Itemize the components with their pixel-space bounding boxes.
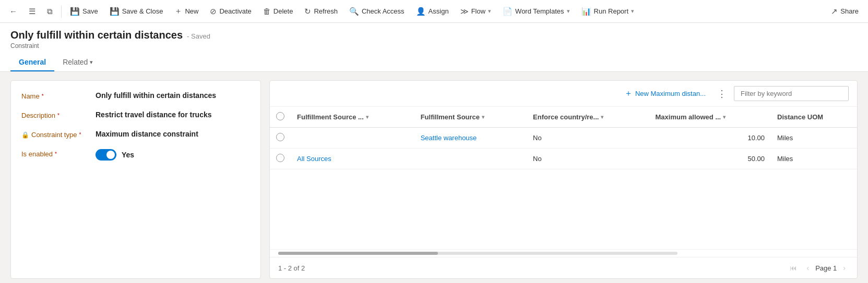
run-report-icon: 📊 bbox=[581, 7, 591, 16]
constraint-type-required: * bbox=[79, 132, 81, 138]
new-maximum-distance-label: New Maximum distan... bbox=[635, 90, 706, 97]
delete-label: Delete bbox=[274, 7, 293, 15]
left-panel: Name * Only fulfill within certain dista… bbox=[10, 80, 261, 279]
page-header: Only fulfill within certain distances - … bbox=[0, 23, 868, 72]
run-report-button[interactable]: 📊 Run Report ▾ bbox=[576, 4, 639, 19]
scrollbar-thumb bbox=[278, 252, 438, 255]
row-1-checkbox[interactable] bbox=[276, 133, 284, 141]
constraint-type-value: Maximum distance constraint bbox=[96, 130, 250, 138]
tabs: General Related ▾ bbox=[10, 54, 858, 71]
flow-label: Flow bbox=[471, 7, 485, 15]
scrollbar-row bbox=[270, 249, 857, 257]
name-label: Name * bbox=[21, 91, 89, 100]
row-1-col-2[interactable]: Seattle warehouse bbox=[414, 128, 527, 149]
page-title: Only fulfill within certain distances bbox=[10, 29, 183, 41]
col-header-4: Distance UOM bbox=[777, 113, 823, 121]
col-header-1: Fulfillment Source bbox=[421, 113, 480, 121]
toggle-slider bbox=[96, 149, 116, 161]
description-required: * bbox=[57, 113, 60, 118]
lock-icon: 🔒 bbox=[21, 131, 29, 139]
scrollbar-track[interactable] bbox=[278, 252, 677, 255]
tab-related-label: Related bbox=[63, 58, 88, 66]
duplicate-icon: ⧉ bbox=[47, 7, 53, 16]
row-1-checkbox-col bbox=[270, 128, 291, 149]
flow-icon: ≫ bbox=[460, 7, 469, 16]
header-checkbox[interactable] bbox=[276, 112, 284, 120]
tab-general[interactable]: General bbox=[10, 54, 54, 71]
refresh-button[interactable]: ↻ Refresh bbox=[299, 4, 343, 19]
share-icon: ↗ bbox=[831, 7, 838, 16]
new-maximum-distance-button[interactable]: ＋ New Maximum distan... bbox=[620, 86, 710, 101]
header-enforce-country[interactable]: Enforce country/re... ▾ bbox=[527, 107, 649, 128]
col-header-2: Enforce country/re... bbox=[533, 113, 599, 121]
save-label: Save bbox=[82, 7, 98, 15]
pagination-range: 1 - 2 of 2 bbox=[278, 264, 305, 272]
page-subtitle: Constraint bbox=[10, 42, 858, 50]
row-2-checkbox-col bbox=[270, 149, 291, 169]
share-button[interactable]: ↗ Share bbox=[826, 4, 864, 19]
row-2-col-1[interactable]: All Sources bbox=[291, 149, 414, 169]
panel-toolbar: ＋ New Maximum distan... ⋮ bbox=[270, 81, 857, 107]
save-close-button[interactable]: 💾 Save & Close bbox=[104, 4, 169, 19]
row-1-col-3: No bbox=[527, 128, 649, 149]
header-fulfillment-source-2[interactable]: Fulfillment Source ▾ bbox=[414, 107, 527, 128]
assign-icon: 👤 bbox=[416, 7, 426, 16]
row-1-col-1 bbox=[291, 128, 414, 149]
header-checkbox-col bbox=[270, 107, 291, 128]
sort-icon-0: ▾ bbox=[366, 114, 368, 120]
tab-general-label: General bbox=[19, 58, 46, 66]
row-1-col-5: Miles bbox=[771, 128, 857, 149]
new-icon: ＋ bbox=[174, 6, 182, 16]
is-enabled-value: Yes bbox=[122, 151, 134, 159]
description-value: Restrict travel distance for trucks bbox=[96, 110, 250, 119]
row-2-col-3: No bbox=[527, 149, 649, 169]
save-close-label: Save & Close bbox=[122, 7, 163, 15]
page-saved-status: - Saved bbox=[187, 32, 210, 40]
run-report-chevron: ▾ bbox=[631, 8, 634, 15]
sort-icon-3: ▾ bbox=[723, 114, 726, 120]
table-row: All Sources No 50.00 Miles bbox=[270, 149, 857, 169]
header-fulfillment-source-1[interactable]: Fulfillment Source ... ▾ bbox=[291, 107, 414, 128]
table-header-row: Fulfillment Source ... ▾ Fulfillment Sou… bbox=[270, 107, 857, 128]
row-2-checkbox[interactable] bbox=[276, 154, 284, 162]
check-access-button[interactable]: 🔍 Check Access bbox=[344, 4, 410, 19]
menu-icon: ☰ bbox=[29, 7, 35, 16]
save-icon: 💾 bbox=[70, 7, 80, 16]
panel-more-button[interactable]: ⋮ bbox=[714, 87, 730, 101]
duplicate-button[interactable]: ⧉ bbox=[42, 4, 58, 19]
run-report-label: Run Report bbox=[594, 7, 628, 15]
flow-button[interactable]: ≫ Flow ▾ bbox=[455, 4, 496, 19]
is-enabled-required: * bbox=[55, 151, 57, 157]
word-templates-button[interactable]: 📄 Word Templates ▾ bbox=[497, 4, 575, 19]
filter-input[interactable] bbox=[734, 86, 849, 101]
page-nav: ⏮ ‹ Page 1 › bbox=[787, 263, 849, 273]
deactivate-button[interactable]: ⊘ Deactivate bbox=[205, 4, 256, 19]
deactivate-label: Deactivate bbox=[219, 7, 251, 15]
page-label: Page 1 bbox=[815, 264, 837, 272]
col-header-3: Maximum allowed ... bbox=[656, 113, 721, 121]
right-panel: ＋ New Maximum distan... ⋮ Fulfillment So… bbox=[269, 80, 858, 279]
constraint-type-label: 🔒 Constraint type * bbox=[21, 130, 89, 139]
main-content: Name * Only fulfill within certain dista… bbox=[0, 72, 868, 283]
new-button[interactable]: ＋ New bbox=[169, 3, 204, 19]
delete-icon: 🗑 bbox=[263, 7, 271, 16]
header-distance-uom[interactable]: Distance UOM bbox=[771, 107, 857, 128]
back-button[interactable]: ← bbox=[4, 4, 22, 19]
grid-table: Fulfillment Source ... ▾ Fulfillment Sou… bbox=[270, 107, 857, 169]
row-2-col-2 bbox=[414, 149, 527, 169]
delete-button[interactable]: 🗑 Delete bbox=[258, 4, 299, 19]
is-enabled-toggle[interactable] bbox=[96, 149, 116, 161]
first-page-button[interactable]: ⏮ bbox=[787, 263, 800, 273]
header-maximum-allowed[interactable]: Maximum allowed ... ▾ bbox=[649, 107, 771, 128]
next-page-button[interactable]: › bbox=[840, 263, 849, 273]
assign-button[interactable]: 👤 Assign bbox=[411, 4, 454, 19]
share-label: Share bbox=[840, 7, 859, 15]
tab-related[interactable]: Related ▾ bbox=[54, 54, 101, 71]
menu-button[interactable]: ☰ bbox=[23, 4, 41, 19]
table-container: Fulfillment Source ... ▾ Fulfillment Sou… bbox=[270, 107, 857, 249]
col-header-0: Fulfillment Source ... bbox=[297, 113, 364, 121]
save-button[interactable]: 💾 Save bbox=[65, 4, 103, 19]
word-templates-chevron: ▾ bbox=[567, 8, 570, 15]
row-2-col-5: Miles bbox=[771, 149, 857, 169]
prev-page-button[interactable]: ‹ bbox=[803, 263, 812, 273]
